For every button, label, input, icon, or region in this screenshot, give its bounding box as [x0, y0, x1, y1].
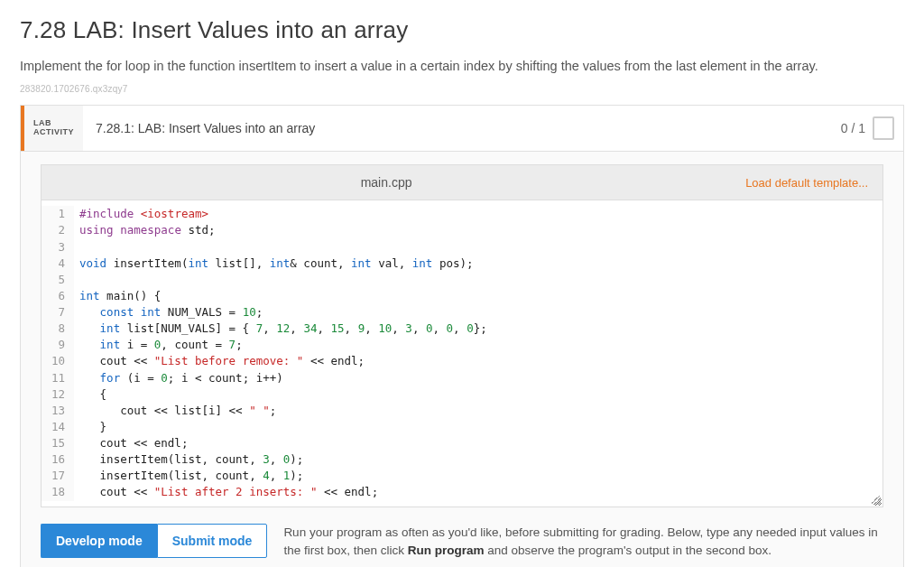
- code-line[interactable]: 4void insertItem(int list[], int& count,…: [42, 256, 882, 272]
- score-box-icon: [873, 116, 894, 140]
- code-line[interactable]: 17 insertItem(list, count, 4, 1);: [42, 468, 882, 484]
- line-number: 10: [42, 353, 74, 369]
- code-line[interactable]: 2using namespace std;: [42, 222, 882, 238]
- code-text[interactable]: cout << endl;: [74, 435, 188, 451]
- code-text[interactable]: using namespace std;: [74, 222, 216, 238]
- activity-score: 0 / 1: [832, 106, 903, 151]
- code-line[interactable]: 10 cout << "List before remove: " << end…: [42, 353, 882, 369]
- code-line[interactable]: 16 insertItem(list, count, 3, 0);: [42, 451, 882, 468]
- code-line[interactable]: 7 const int NUM_VALS = 10;: [42, 304, 882, 321]
- line-number: 2: [42, 222, 74, 238]
- code-editor[interactable]: 1#include <iostream>2using namespace std…: [41, 200, 883, 507]
- line-number: 16: [42, 451, 74, 468]
- code-text[interactable]: cout << list[i] << " ";: [74, 403, 276, 419]
- line-number: 1: [42, 206, 74, 222]
- line-number: 17: [42, 468, 74, 484]
- line-number: 3: [42, 239, 74, 256]
- lab-activity-panel: LAB ACTIVITY 7.28.1: LAB: Insert Values …: [20, 105, 904, 567]
- code-line[interactable]: 6int main() {: [42, 288, 882, 304]
- code-line[interactable]: 18 cout << "List after 2 inserts: " << e…: [42, 484, 882, 500]
- line-number: 4: [42, 256, 74, 272]
- code-line[interactable]: 3: [42, 239, 882, 256]
- code-line[interactable]: 11 for (i = 0; i < count; i++): [42, 370, 882, 386]
- code-line[interactable]: 9 int i = 0, count = 7;: [42, 337, 882, 353]
- code-line[interactable]: 1#include <iostream>: [42, 206, 882, 222]
- badge-line-2: ACTIVITY: [33, 128, 74, 137]
- document-id: 283820.1702676.qx3zqy7: [20, 84, 904, 94]
- file-name: main.cpp: [361, 175, 412, 190]
- resize-handle-icon[interactable]: [872, 496, 881, 505]
- code-line[interactable]: 14 }: [42, 419, 882, 435]
- code-text[interactable]: [74, 272, 79, 288]
- code-line[interactable]: 13 cout << list[i] << " ";: [42, 403, 882, 419]
- code-text[interactable]: int list[NUM_VALS] = { 7, 12, 34, 15, 9,…: [74, 321, 487, 337]
- line-number: 15: [42, 435, 74, 451]
- lab-description: Implement the for loop in the function i…: [20, 57, 904, 75]
- code-text[interactable]: insertItem(list, count, 4, 1);: [74, 468, 303, 484]
- code-text[interactable]: {: [74, 386, 106, 403]
- code-text[interactable]: for (i = 0; i < count; i++): [74, 370, 283, 386]
- code-text[interactable]: const int NUM_VALS = 10;: [74, 304, 263, 321]
- code-line[interactable]: 15 cout << endl;: [42, 435, 882, 451]
- code-text[interactable]: cout << "List before remove: " << endl;: [74, 353, 365, 369]
- line-number: 9: [42, 337, 74, 353]
- activity-title: 7.28.1: LAB: Insert Values into an array: [83, 106, 832, 151]
- hint-suffix: and observe the program's output in the …: [484, 544, 772, 557]
- lab-activity-badge: LAB ACTIVITY: [21, 106, 83, 151]
- line-number: 18: [42, 484, 74, 500]
- page-title: 7.28 LAB: Insert Values into an array: [20, 16, 904, 44]
- code-text[interactable]: int i = 0, count = 7;: [74, 337, 243, 353]
- code-line[interactable]: 5: [42, 272, 882, 288]
- score-text: 0 / 1: [841, 121, 865, 135]
- code-text[interactable]: int main() {: [74, 288, 161, 304]
- line-number: 6: [42, 288, 74, 304]
- mode-hint-text: Run your program as often as you'd like,…: [283, 524, 883, 561]
- code-text[interactable]: insertItem(list, count, 3, 0);: [74, 451, 303, 468]
- code-text[interactable]: cout << "List after 2 inserts: " << endl…: [74, 484, 378, 500]
- line-number: 13: [42, 403, 74, 419]
- develop-mode-button[interactable]: Develop mode: [41, 524, 157, 558]
- load-default-template-link[interactable]: Load default template...: [731, 176, 882, 190]
- line-number: 8: [42, 321, 74, 337]
- line-number: 14: [42, 419, 74, 435]
- code-text[interactable]: void insertItem(int list[], int& count, …: [74, 256, 474, 272]
- hint-bold: Run program: [408, 544, 485, 557]
- line-number: 12: [42, 386, 74, 403]
- code-line[interactable]: 12 {: [42, 386, 882, 403]
- code-text[interactable]: }: [74, 419, 106, 435]
- file-tab-bar: main.cpp Load default template...: [41, 164, 883, 200]
- line-number: 5: [42, 272, 74, 288]
- code-line[interactable]: 8 int list[NUM_VALS] = { 7, 12, 34, 15, …: [42, 321, 882, 337]
- code-text[interactable]: [74, 239, 79, 256]
- line-number: 7: [42, 304, 74, 321]
- submit-mode-button[interactable]: Submit mode: [157, 524, 268, 558]
- mode-toggle: Develop mode Submit mode: [41, 524, 267, 558]
- line-number: 11: [42, 370, 74, 386]
- code-text[interactable]: #include <iostream>: [74, 206, 208, 222]
- activity-header: LAB ACTIVITY 7.28.1: LAB: Insert Values …: [21, 106, 903, 152]
